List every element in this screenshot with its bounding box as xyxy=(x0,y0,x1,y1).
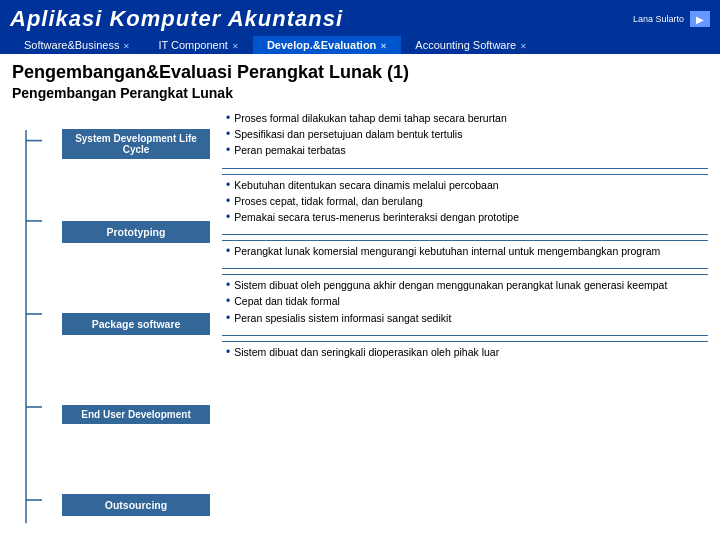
left-column: System Development Life Cycle Prototypin… xyxy=(12,111,212,540)
divider xyxy=(222,268,708,269)
header-right: Lana Sularto xyxy=(633,11,710,27)
bullet-dot: • xyxy=(226,178,230,192)
app-title: Aplikasi Komputer Akuntansi xyxy=(10,6,343,32)
bullet-dot: • xyxy=(226,210,230,224)
bullet-dot: • xyxy=(226,345,230,359)
cat-package-software[interactable]: Package software xyxy=(62,313,210,335)
bullet-dot: • xyxy=(226,278,230,292)
bullet-dot: • xyxy=(226,311,230,325)
page-header: Pengembangan&Evaluasi Perangkat Lunak (1… xyxy=(0,54,720,111)
bullet-text: Proses formal dilakukan tahap demi tahap… xyxy=(234,111,507,125)
cat-prototyping[interactable]: Prototyping xyxy=(62,221,210,243)
bullet-dot: • xyxy=(226,244,230,258)
bullet-text: Proses cepat, tidak formal, dan berulang xyxy=(234,194,423,208)
bullet-text: Perangkat lunak komersial mengurangi keb… xyxy=(234,244,660,258)
bullet-item: • Peran pemakai terbatas xyxy=(226,143,704,157)
divider xyxy=(222,168,708,169)
bullet-item: • Spesifikasi dan persetujuan dalam bent… xyxy=(226,127,704,141)
bullet-dot: • xyxy=(226,194,230,208)
bullet-text: Pemakai secara terus-menerus berinteraks… xyxy=(234,210,519,224)
bullet-dot: • xyxy=(226,127,230,141)
tab-develop-evaluation[interactable]: Develop.&Evaluation xyxy=(253,36,401,54)
cat-sdlc[interactable]: System Development Life Cycle xyxy=(62,129,210,159)
cat-outsourcing[interactable]: Outsourcing xyxy=(62,494,210,516)
main-content: System Development Life Cycle Prototypin… xyxy=(0,111,720,540)
play-button[interactable] xyxy=(690,11,710,27)
bullet-dot: • xyxy=(226,143,230,157)
page-title: Pengembangan&Evaluasi Perangkat Lunak (1… xyxy=(12,62,708,83)
bullet-item: • Pemakai secara terus-menerus berintera… xyxy=(226,210,704,224)
header: Aplikasi Komputer Akuntansi Lana Sularto xyxy=(0,0,720,36)
section-sdlc-proto: • Kebutuhan ditentukan secara dinamis me… xyxy=(222,174,708,230)
nav-tabs: Software&Business IT Component Develop.&… xyxy=(0,36,720,54)
section-outsourcing: • Sistem dibuat dan seringkali dioperasi… xyxy=(222,341,708,364)
bullet-item: • Proses formal dilakukan tahap demi tah… xyxy=(226,111,704,125)
bullet-item: • Sistem dibuat dan seringkali dioperasi… xyxy=(226,345,704,359)
bullet-item: • Proses cepat, tidak formal, dan berula… xyxy=(226,194,704,208)
bullet-dot: • xyxy=(226,111,230,125)
bullet-text: Peran pemakai terbatas xyxy=(234,143,345,157)
bullet-text: Spesifikasi dan persetujuan dalam bentuk… xyxy=(234,127,462,141)
bullet-text: Kebutuhan ditentukan secara dinamis mela… xyxy=(234,178,498,192)
tab-software-business[interactable]: Software&Business xyxy=(10,36,144,54)
tab-accounting-software[interactable]: Accounting Software xyxy=(401,36,541,54)
author-label: Lana Sularto xyxy=(633,14,684,24)
bullet-item: • Kebutuhan ditentukan secara dinamis me… xyxy=(226,178,704,192)
bullet-item: • Sistem dibuat oleh pengguna akhir deng… xyxy=(226,278,704,292)
bullet-text: Cepat dan tidak formal xyxy=(234,294,340,308)
bullet-dot: • xyxy=(226,294,230,308)
bullet-text: Sistem dibuat dan seringkali dioperasika… xyxy=(234,345,499,359)
bullet-item: • Cepat dan tidak formal xyxy=(226,294,704,308)
right-column: • Proses formal dilakukan tahap demi tah… xyxy=(212,111,708,540)
bullet-item: • Perangkat lunak komersial mengurangi k… xyxy=(226,244,704,258)
section-package: • Perangkat lunak komersial mengurangi k… xyxy=(222,240,708,263)
cat-end-user-development[interactable]: End User Development xyxy=(62,405,210,424)
page-subtitle: Pengembangan Perangkat Lunak xyxy=(12,85,708,101)
tab-it-component[interactable]: IT Component xyxy=(144,36,253,54)
bullet-item: • Peran spesialis sistem informasi sanga… xyxy=(226,311,704,325)
section-eud: • Sistem dibuat oleh pengguna akhir deng… xyxy=(222,274,708,330)
divider xyxy=(222,335,708,336)
bullet-text: Sistem dibuat oleh pengguna akhir dengan… xyxy=(234,278,667,292)
divider xyxy=(222,234,708,235)
bullet-text: Peran spesialis sistem informasi sangat … xyxy=(234,311,451,325)
section-intro: • Proses formal dilakukan tahap demi tah… xyxy=(222,111,708,163)
